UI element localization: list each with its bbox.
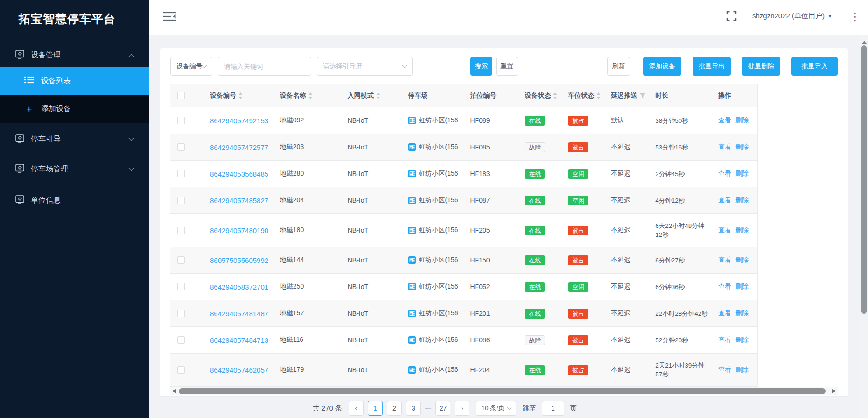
scroll-left-icon[interactable]	[170, 387, 178, 395]
scrollbar-thumb[interactable]	[861, 45, 867, 314]
col-delay-push[interactable]: 延迟推送	[605, 92, 650, 100]
spot-status-badge: 被占	[568, 226, 588, 235]
sort-icon[interactable]	[596, 92, 601, 99]
user-menu[interactable]: shzgzn2022 (单位用户) ▼	[752, 12, 832, 21]
sort-icon[interactable]	[376, 92, 380, 99]
scrollbar-track[interactable]	[178, 387, 830, 395]
device-status-cell: 故障	[518, 142, 562, 152]
device-no-link[interactable]: 864294057480190	[210, 227, 268, 234]
keyword-input[interactable]	[224, 63, 305, 70]
add-device-button[interactable]: 添加设备	[643, 57, 681, 76]
pager-page-button[interactable]: 2	[387, 401, 402, 416]
batch-export-button[interactable]: 批量导出	[693, 57, 731, 76]
col-network-mode[interactable]: 入网模式	[341, 92, 401, 100]
reset-button[interactable]: 重置	[496, 57, 518, 76]
device-no-link[interactable]: 864294057492153	[210, 117, 268, 125]
row-checkbox[interactable]	[177, 117, 185, 124]
device-name-cell: 地磁179	[275, 366, 341, 374]
select-all-checkbox[interactable]	[177, 92, 185, 99]
delete-link[interactable]: 删除	[735, 366, 749, 374]
device-no-link[interactable]: 864294057481487	[210, 310, 268, 318]
delete-link[interactable]: 删除	[735, 116, 749, 125]
page-size-select[interactable]: 10 条/页	[476, 401, 516, 416]
sidebar-item-add-device[interactable]: ＋ 添加设备	[0, 95, 149, 123]
parking-lot-cell: 虹纺小区(156	[401, 336, 464, 344]
filter-funnel-icon[interactable]	[640, 93, 645, 99]
row-checkbox[interactable]	[177, 227, 185, 234]
col-device-no[interactable]: 设备编号	[203, 92, 275, 100]
row-checkbox[interactable]	[177, 336, 185, 344]
device-status-badge: 在线	[525, 116, 545, 126]
sidebar-item-parking-guidance[interactable]: 停车引导	[0, 128, 149, 151]
device-no-link[interactable]: 860575055605992	[210, 256, 268, 264]
sidebar-item-parking-lot-management[interactable]: 停车场管理	[0, 157, 149, 181]
delete-link[interactable]: 删除	[735, 309, 749, 318]
fullscreen-icon[interactable]	[726, 11, 737, 23]
search-button[interactable]: 搜索	[470, 57, 492, 76]
sort-icon[interactable]	[238, 92, 243, 99]
pager-page-button[interactable]: 3	[406, 401, 421, 416]
row-checkbox[interactable]	[177, 310, 185, 317]
kebab-menu-icon[interactable]: ⋮	[850, 9, 860, 24]
sidebar-item-label: 单位信息	[31, 196, 61, 205]
delete-link[interactable]: 删除	[735, 170, 749, 178]
row-checkbox[interactable]	[177, 143, 185, 151]
view-link[interactable]: 查看	[718, 143, 731, 151]
device-no-link[interactable]: 864294057472577	[210, 143, 268, 151]
col-device-name[interactable]: 设备名称	[275, 92, 341, 100]
device-no-link[interactable]: 864294058372701	[210, 283, 268, 291]
scroll-up-icon[interactable]	[862, 38, 867, 44]
view-link[interactable]: 查看	[718, 256, 731, 264]
view-link[interactable]: 查看	[718, 309, 731, 318]
batch-import-button[interactable]: 批量导入	[791, 57, 838, 76]
view-link[interactable]: 查看	[718, 116, 731, 125]
sidebar-item-device-management[interactable]: 设备管理	[0, 43, 149, 67]
sidebar-item-unit-info[interactable]: 单位信息	[0, 189, 149, 212]
network-mode-cell: NB-IoT	[341, 366, 401, 374]
device-no-link[interactable]: 864294057485827	[210, 197, 268, 205]
delete-link[interactable]: 删除	[735, 196, 749, 205]
col-device-status[interactable]: 设备状态	[518, 92, 562, 100]
guidance-screen-select[interactable]: 请选择引导屏	[317, 57, 413, 76]
delete-link[interactable]: 删除	[735, 226, 749, 234]
view-link[interactable]: 查看	[718, 170, 731, 178]
menu-fold-icon[interactable]	[163, 12, 176, 23]
device-no-cell: 864294058372701	[203, 283, 275, 291]
scrollbar-thumb[interactable]	[179, 388, 826, 394]
device-no-link[interactable]: 864294057484713	[210, 336, 268, 344]
pager-page-button[interactable]: 27	[435, 401, 450, 416]
delete-link[interactable]: 删除	[735, 143, 749, 151]
row-checkbox[interactable]	[177, 170, 185, 177]
pager-page-button[interactable]: 1	[368, 401, 383, 416]
row-checkbox[interactable]	[177, 366, 185, 374]
sidebar-item-device-list[interactable]: 设备列表	[0, 67, 149, 95]
col-spot-status[interactable]: 车位状态	[562, 92, 605, 100]
scroll-right-icon[interactable]	[830, 387, 838, 395]
refresh-button[interactable]: 刷新	[607, 57, 630, 76]
view-link[interactable]: 查看	[718, 283, 731, 291]
row-checkbox[interactable]	[177, 283, 185, 290]
row-checkbox[interactable]	[177, 256, 185, 264]
vertical-scrollbar[interactable]	[860, 35, 868, 418]
device-no-link[interactable]: 864294057462057	[210, 366, 268, 374]
pager-next-button[interactable]: ›	[455, 401, 469, 416]
horizontal-scrollbar[interactable]	[170, 387, 838, 395]
jump-page-input[interactable]	[542, 401, 564, 416]
view-link[interactable]: 查看	[718, 226, 731, 234]
view-link[interactable]: 查看	[718, 366, 731, 374]
jump-label: 跳至	[523, 404, 536, 413]
sort-icon[interactable]	[553, 92, 557, 99]
device-no-link[interactable]: 864294053568485	[210, 170, 268, 178]
sort-icon[interactable]	[308, 92, 313, 99]
row-checkbox[interactable]	[177, 197, 185, 204]
view-link[interactable]: 查看	[718, 336, 731, 344]
batch-delete-button[interactable]: 批量删除	[742, 57, 780, 76]
delete-link[interactable]: 删除	[735, 256, 749, 264]
delete-link[interactable]: 删除	[735, 336, 749, 344]
parking-screen-icon	[408, 256, 416, 264]
pager-prev-button[interactable]: ‹	[349, 401, 364, 416]
parking-lot-name: 虹纺小区(156	[419, 226, 458, 234]
view-link[interactable]: 查看	[718, 196, 731, 205]
delete-link[interactable]: 删除	[735, 283, 749, 291]
search-field-select[interactable]: 设备编号	[170, 57, 212, 76]
